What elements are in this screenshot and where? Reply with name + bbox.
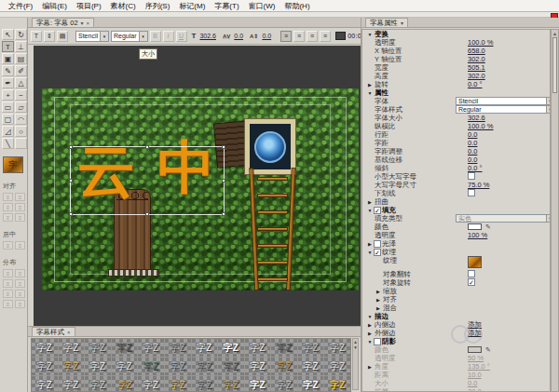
prop-dropdown[interactable]: 实色▾ — [456, 214, 551, 223]
menu-item[interactable]: 序列(S) — [141, 1, 175, 11]
section-checkbox[interactable]: ✓ — [374, 249, 381, 256]
menu-item[interactable]: 项目(P) — [72, 1, 106, 11]
align-option-icon[interactable]: ≡ — [3, 213, 13, 222]
chevron-down-icon[interactable]: ▾ — [401, 19, 403, 28]
align-left-button[interactable]: ≡ — [280, 31, 292, 42]
align-option-icon[interactable]: ≡ — [15, 290, 25, 298]
style-swatch[interactable]: 字Z — [271, 358, 297, 375]
style-swatch[interactable]: 字Z — [245, 358, 271, 375]
style-swatch[interactable]: 字Z — [298, 376, 324, 392]
style-swatch[interactable]: 字Z — [112, 376, 138, 392]
templates-button[interactable]: ▤ — [57, 31, 68, 42]
style-swatch[interactable]: 字Z — [245, 339, 271, 357]
chevron-down-icon[interactable]: ▾ — [100, 32, 108, 41]
line-tool-icon[interactable]: ╲ — [2, 138, 14, 149]
roll-crawl-options-button[interactable]: ⇕ — [44, 31, 55, 42]
eyedropper-icon[interactable]: ✎ — [485, 345, 491, 354]
prop-value[interactable]: 0.0 — [468, 130, 477, 139]
align-option-icon[interactable]: ≡ — [15, 193, 25, 201]
align-option-icon[interactable]: ≡ — [3, 279, 13, 288]
prop-dropdown[interactable]: Stencil▾ — [456, 97, 551, 105]
italic-button[interactable]: I — [163, 31, 174, 42]
scroll-up-icon[interactable]: ▲ — [552, 30, 558, 37]
vertical-path-type-tool-icon[interactable]: ✐ — [15, 65, 27, 76]
style-swatch[interactable]: 字Z — [85, 339, 111, 357]
style-swatch[interactable]: 字Z — [32, 376, 58, 392]
section-checkbox[interactable] — [374, 240, 381, 248]
prop-value[interactable]: 0.0 ° — [468, 164, 483, 172]
style-swatch[interactable]: 字Z — [138, 358, 164, 375]
prop-value[interactable]: 302.0 — [468, 55, 485, 63]
align-option-icon[interactable]: ≡ — [15, 241, 25, 250]
close-icon[interactable]: × — [87, 19, 90, 28]
style-swatch[interactable]: 字Z — [324, 358, 350, 375]
menu-item[interactable]: 标记(M) — [174, 1, 210, 11]
underline-button[interactable]: U — [176, 31, 187, 42]
style-swatch[interactable]: 字Z — [138, 339, 164, 357]
chevron-down-icon[interactable]: ▾ — [81, 19, 84, 28]
prop-value[interactable]: 75.0 % — [468, 181, 489, 189]
props-scrollbar[interactable]: ▲ — [551, 29, 559, 392]
scroll-down-icon[interactable]: ▼ — [353, 345, 358, 350]
style-swatch[interactable]: 字Z — [165, 376, 191, 392]
close-icon[interactable]: × — [67, 328, 71, 337]
texture-swatch[interactable] — [468, 256, 482, 268]
style-swatch[interactable]: 字Z — [59, 339, 85, 357]
align-option-icon[interactable]: ≡ — [15, 300, 25, 308]
kerning-value[interactable]: 0.0 — [234, 33, 243, 39]
bold-button[interactable]: B — [150, 31, 161, 42]
tab-title-properties[interactable]: 字幕属性 ▾ — [365, 18, 408, 27]
prop-checkbox[interactable] — [468, 172, 475, 180]
scrollbar-thumb[interactable] — [552, 37, 557, 93]
prop-value[interactable]: 0.0 ° — [468, 80, 483, 88]
empty-tool-icon[interactable] — [15, 138, 27, 149]
style-swatch[interactable]: 字Z — [218, 376, 244, 392]
style-swatch[interactable]: 字Z — [298, 358, 324, 375]
style-swatch[interactable]: 字Z — [59, 376, 85, 392]
color-swatch[interactable] — [468, 223, 482, 230]
tab-stops-button[interactable]: ≡ — [320, 31, 331, 42]
align-option-icon[interactable]: ≡ — [15, 203, 25, 211]
type-tool-icon[interactable]: T — [2, 41, 14, 52]
wedge-tool-icon[interactable]: ◿ — [2, 126, 14, 137]
style-swatch[interactable]: 字Z — [298, 339, 324, 357]
align-right-button[interactable]: ≡ — [307, 31, 318, 42]
ellipse-tool-icon[interactable]: ○ — [15, 126, 27, 137]
prop-dropdown[interactable]: Regular▾ — [456, 105, 551, 114]
vertical-area-type-tool-icon[interactable]: ▤ — [15, 53, 27, 64]
align-option-icon[interactable]: ≡ — [3, 193, 13, 201]
leading-value[interactable]: 0.0 — [262, 33, 271, 39]
menu-item[interactable]: 文件(F) — [4, 1, 37, 11]
style-swatch[interactable]: 字Z — [324, 339, 350, 357]
style-swatch[interactable]: 字Z — [112, 339, 138, 357]
prop-value[interactable]: 10.0 — [468, 371, 482, 379]
style-swatch[interactable]: 字Z — [32, 339, 58, 357]
prop-checkbox[interactable] — [468, 270, 475, 277]
chevron-down-icon[interactable]: ▾ — [139, 32, 147, 41]
rotation-tool-icon[interactable]: ↻ — [15, 29, 27, 40]
style-swatch[interactable]: 字Z — [218, 339, 244, 357]
align-option-icon[interactable]: ≡ — [3, 241, 13, 250]
add-stroke-link[interactable]: 添加 — [468, 329, 482, 337]
prop-value[interactable]: 302.6 — [468, 114, 485, 122]
font-size-value[interactable]: 302.6 — [199, 33, 216, 39]
align-option-icon[interactable]: ≡ — [15, 269, 25, 277]
font-family-select[interactable]: Stencil ▾ — [75, 31, 109, 42]
style-swatch[interactable]: 字Z — [324, 376, 350, 392]
styles-scrollbar[interactable]: ▲ ▼ — [352, 338, 359, 390]
style-swatch[interactable]: 字Z — [271, 376, 297, 392]
arc-tool-icon[interactable]: ◠ — [15, 114, 27, 125]
style-swatch[interactable]: 字Z — [165, 358, 191, 375]
delete-anchor-tool-icon[interactable]: − — [15, 89, 27, 101]
area-type-tool-icon[interactable]: ▣ — [2, 53, 14, 64]
align-option-icon[interactable]: ≡ — [15, 279, 25, 288]
texture-style-thumbnail[interactable]: 字 — [3, 156, 23, 173]
color-swatch[interactable] — [468, 346, 482, 353]
prop-value[interactable]: 0.0 — [468, 379, 477, 387]
add-stroke-link[interactable]: 添加 — [468, 320, 482, 329]
prop-value[interactable]: 505.1 — [468, 63, 485, 72]
clipped-rect-tool-icon[interactable]: ▱ — [15, 101, 27, 113]
monitor-icon[interactable] — [335, 32, 346, 40]
rectangle-tool-icon[interactable]: ▭ — [2, 101, 14, 113]
section-checkbox[interactable]: ✓ — [374, 207, 381, 214]
